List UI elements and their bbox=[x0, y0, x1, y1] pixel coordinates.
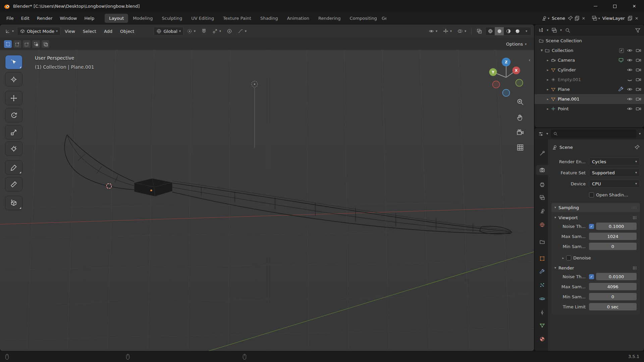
proportional-falloff-dropdown[interactable]: ▾ bbox=[235, 27, 249, 35]
maximize-button[interactable] bbox=[605, 0, 625, 12]
select-mode-subtract-button[interactable] bbox=[23, 40, 31, 48]
transform-orientation-dropdown[interactable]: Global ▾ bbox=[154, 27, 183, 36]
pin-scene-icon[interactable] bbox=[568, 15, 573, 21]
render-visibility-toggle[interactable] bbox=[636, 106, 641, 112]
outliner-row-empty-001[interactable]: ▸ Empty.001 bbox=[535, 75, 644, 84]
noise-threshold-field[interactable]: 0.1000 bbox=[596, 223, 637, 230]
filter-funnel-icon[interactable] bbox=[635, 27, 641, 33]
properties-search-input[interactable] bbox=[551, 130, 636, 138]
expand-icon[interactable]: ▸ bbox=[545, 97, 551, 101]
select-mode-intersect-button[interactable] bbox=[42, 40, 49, 48]
min-samples-field[interactable]: 0 bbox=[589, 243, 637, 250]
expand-icon[interactable]: ▸ bbox=[545, 78, 551, 81]
expand-icon[interactable]: ▸ bbox=[545, 68, 551, 72]
snap-settings-dropdown[interactable]: ▾ bbox=[210, 27, 223, 35]
max-samples-field[interactable]: 4096 bbox=[589, 283, 637, 290]
outliner-row-plane-001[interactable]: ▸ Plane.001 bbox=[535, 94, 644, 104]
camera-view-button[interactable] bbox=[516, 128, 525, 137]
shading-rendered-button[interactable] bbox=[513, 27, 522, 35]
tab-animation[interactable]: Animation bbox=[283, 14, 314, 23]
denoise-expand-icon[interactable]: ▸ bbox=[560, 256, 566, 260]
menu-file[interactable]: File bbox=[3, 14, 17, 22]
tool-cursor[interactable] bbox=[5, 72, 22, 86]
hide-eye-toggle[interactable] bbox=[627, 96, 633, 102]
menu-object[interactable]: Object bbox=[117, 27, 138, 36]
time-limit-field[interactable]: 0 sec bbox=[589, 303, 637, 310]
shading-wireframe-button[interactable] bbox=[486, 27, 495, 35]
tab-modifier-properties[interactable] bbox=[536, 266, 548, 277]
render-engine-dropdown[interactable]: Cycles ▾ bbox=[589, 158, 640, 166]
tool-measure[interactable] bbox=[5, 177, 22, 191]
viewport-subpanel-header[interactable]: ▾ Viewport bbox=[551, 213, 640, 222]
min-samples-field[interactable]: 0 bbox=[589, 293, 637, 300]
tab-material-properties[interactable] bbox=[536, 334, 548, 344]
tab-tool-properties[interactable] bbox=[536, 148, 548, 158]
longbow-wireframe[interactable] bbox=[65, 135, 512, 234]
tab-viewlayer-properties[interactable] bbox=[536, 192, 548, 202]
tool-move[interactable] bbox=[5, 91, 22, 105]
select-mode-set-button[interactable] bbox=[4, 40, 12, 48]
open-shading-checkbox[interactable] bbox=[589, 192, 594, 197]
xray-toggle[interactable] bbox=[474, 27, 484, 35]
properties-filter-caret[interactable]: ▾ bbox=[639, 132, 641, 135]
feature-set-dropdown[interactable]: Supported ▾ bbox=[589, 169, 640, 177]
remove-viewlayer-icon[interactable]: ✕ bbox=[634, 16, 639, 21]
close-button[interactable]: ✕ bbox=[625, 0, 644, 12]
hide-eye-toggle[interactable] bbox=[627, 67, 633, 73]
menu-select[interactable]: Select bbox=[79, 27, 100, 36]
max-samples-field[interactable]: 1024 bbox=[589, 233, 637, 240]
tab-layout[interactable]: Layout bbox=[105, 14, 128, 23]
tab-object-properties[interactable] bbox=[536, 253, 548, 263]
render-visibility-toggle[interactable] bbox=[636, 77, 641, 82]
hide-eye-toggle[interactable] bbox=[627, 48, 633, 53]
tool-select-box[interactable] bbox=[5, 55, 22, 69]
tab-uv-editing[interactable]: UV Editing bbox=[187, 14, 218, 23]
minimize-button[interactable] bbox=[586, 0, 605, 12]
outliner-row-collection[interactable]: ▼ Collection ✓ bbox=[535, 46, 644, 55]
noise-threshold-checkbox[interactable]: ✓ bbox=[589, 274, 594, 279]
menu-edit[interactable]: Edit bbox=[17, 14, 33, 22]
options-dropdown[interactable]: Options ▾ bbox=[506, 42, 530, 47]
tool-add-cube[interactable] bbox=[5, 196, 22, 210]
tab-collection-properties[interactable] bbox=[536, 237, 548, 247]
pin-icon[interactable] bbox=[634, 144, 640, 150]
tab-texture-paint[interactable]: Texture Paint bbox=[219, 14, 256, 23]
tab-shading[interactable]: Shading bbox=[256, 14, 282, 23]
hide-eye-toggle-closed[interactable] bbox=[627, 77, 633, 82]
viewlayer-name-field[interactable]: ViewLayer bbox=[601, 16, 626, 21]
editor-type-button[interactable]: ▾ bbox=[3, 27, 16, 35]
render-visibility-toggle[interactable] bbox=[636, 57, 641, 63]
visibility-dropdown[interactable]: ▾ bbox=[426, 27, 440, 35]
render-visibility-toggle[interactable] bbox=[636, 86, 641, 92]
sidebar-toggle[interactable]: ‹ bbox=[529, 57, 531, 63]
viewlayer-browse-icon[interactable] bbox=[592, 15, 597, 21]
tab-constraint-properties[interactable] bbox=[536, 307, 548, 317]
mode-dropdown[interactable]: Object Mode ▾ bbox=[17, 27, 60, 36]
select-mode-extend-button[interactable] bbox=[13, 40, 21, 48]
outliner-editor-icon[interactable] bbox=[538, 27, 544, 33]
properties-editor-icon[interactable] bbox=[538, 131, 544, 137]
tab-world-properties[interactable] bbox=[536, 220, 548, 230]
proportional-edit-toggle[interactable] bbox=[224, 27, 234, 35]
tool-annotate[interactable] bbox=[5, 161, 22, 174]
outliner-search-icon[interactable] bbox=[565, 27, 571, 33]
denoise-checkbox[interactable] bbox=[566, 255, 571, 260]
hide-eye-toggle[interactable] bbox=[627, 86, 633, 92]
active-camera-icon[interactable] bbox=[618, 57, 624, 63]
menu-window[interactable]: Window bbox=[56, 14, 80, 22]
gizmos-dropdown[interactable]: ▾ bbox=[441, 27, 454, 35]
select-mode-invert-button[interactable] bbox=[32, 40, 40, 48]
expand-icon[interactable]: ▸ bbox=[545, 107, 551, 111]
ortho-toggle-button[interactable] bbox=[516, 143, 525, 152]
unlink-scene-icon[interactable]: ✕ bbox=[581, 16, 586, 21]
tab-data-properties[interactable] bbox=[536, 320, 548, 330]
device-dropdown[interactable]: CPU ▾ bbox=[589, 180, 640, 188]
sampling-panel-header[interactable]: ▾ Sampling :::: bbox=[551, 203, 640, 212]
tab-output-properties[interactable] bbox=[536, 179, 548, 189]
shading-solid-button[interactable] bbox=[495, 27, 504, 35]
outliner-row-cylinder[interactable]: ▸ Cylinder bbox=[535, 65, 644, 75]
tab-scene-properties[interactable] bbox=[536, 206, 548, 216]
tool-transform[interactable] bbox=[5, 142, 22, 156]
collapse-icon[interactable]: ▼ bbox=[539, 49, 545, 52]
gizmo-axis-z-neg[interactable] bbox=[503, 89, 510, 97]
